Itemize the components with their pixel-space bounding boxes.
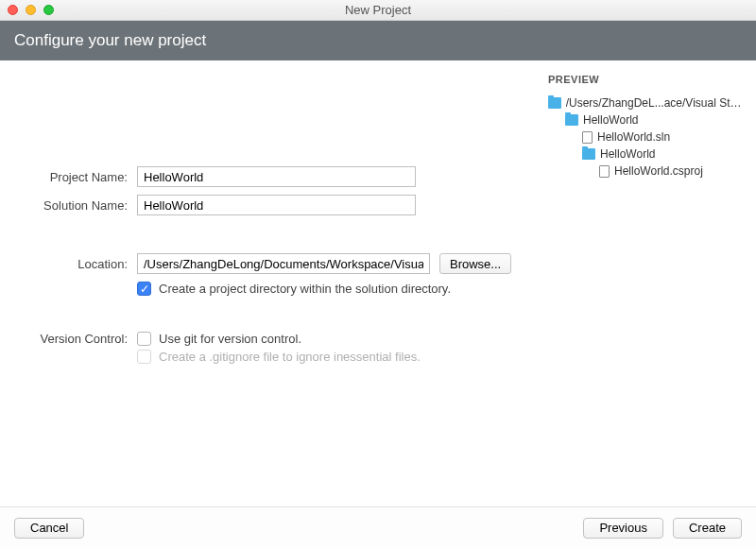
window-title: New Project [0,3,756,17]
use-git-checkbox[interactable] [137,332,151,346]
tree-item: HelloWorld [548,111,747,128]
form-panel: Project Name: Solution Name: Location: B… [0,60,539,506]
preview-title: PREVIEW [548,74,747,85]
folder-icon [548,97,561,109]
create-dir-checkbox[interactable]: ✓ [137,282,151,296]
file-icon [582,131,593,144]
project-name-label: Project Name: [24,170,137,184]
tree-item: HelloWorld.sln [548,128,747,146]
browse-button[interactable]: Browse... [439,253,511,274]
gitignore-checkbox [137,350,151,364]
location-label: Location: [24,257,137,271]
folder-icon [565,114,578,126]
create-button[interactable]: Create [673,518,742,539]
previous-button[interactable]: Previous [583,518,663,539]
tree-item-label: HelloWorld.sln [597,130,670,144]
tree-item-label: HelloWorld [583,113,638,127]
main-area: Project Name: Solution Name: Location: B… [0,60,756,506]
tree-item-label: HelloWorld.csproj [614,164,703,178]
footer-bar: Cancel Previous Create [0,506,756,548]
solution-name-input[interactable] [137,195,416,215]
tree-item: /Users/ZhangDeL...ace/Visual Studio [548,94,747,111]
project-name-input[interactable] [137,166,416,187]
version-control-label: Version Control: [24,332,137,346]
tree-item: HelloWorld.csproj [548,163,747,180]
folder-icon [582,148,595,160]
preview-panel: PREVIEW /Users/ZhangDeL...ace/Visual Stu… [539,60,756,506]
preview-tree: /Users/ZhangDeL...ace/Visual StudioHello… [548,94,747,180]
page-title: Configure your new project [14,31,206,50]
tree-item-label: /Users/ZhangDeL...ace/Visual Studio [566,96,747,110]
title-bar: New Project [0,0,756,21]
create-dir-label: Create a project directory within the so… [159,282,451,296]
use-git-label: Use git for version control. [159,332,301,346]
tree-item: HelloWorld [548,146,747,163]
gitignore-label: Create a .gitignore file to ignore iness… [159,350,421,364]
page-header: Configure your new project [0,21,756,60]
solution-name-label: Solution Name: [24,198,137,213]
tree-item-label: HelloWorld [600,147,655,161]
location-input[interactable] [137,253,430,274]
file-icon [599,165,610,178]
cancel-button[interactable]: Cancel [14,518,84,539]
